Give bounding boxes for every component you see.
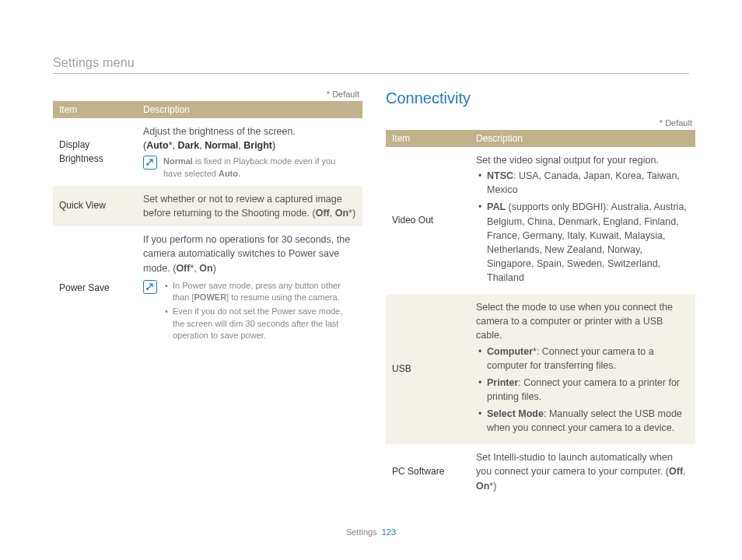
table-row: Quick View Set whether or not to review … bbox=[53, 186, 362, 226]
left-column: * Default Item Description Display Brigh… bbox=[53, 89, 362, 499]
settings-table-right: Item Description Video Out Set the video… bbox=[386, 130, 695, 499]
th-item: Item bbox=[386, 130, 470, 147]
note-item: In Power save mode, press any button oth… bbox=[163, 280, 356, 304]
item-cell: Display Brightness bbox=[53, 118, 137, 186]
desc-cell: Set the video signal output for your reg… bbox=[470, 147, 695, 294]
table-row: USB Select the mode to use when you conn… bbox=[386, 294, 695, 444]
table-row: Power Save If you perform no operations … bbox=[53, 226, 362, 350]
table-row: Video Out Set the video signal output fo… bbox=[386, 147, 695, 294]
bullet-list: Computer*: Connect your camera to a comp… bbox=[476, 345, 689, 436]
desc-cell: Set whether or not to review a captured … bbox=[137, 186, 362, 226]
bullet-item: Select Mode: Manually select the USB mod… bbox=[476, 407, 689, 435]
connectivity-heading: Connectivity bbox=[386, 89, 695, 107]
note-text: Normal is fixed in Playback mode even if… bbox=[163, 156, 356, 180]
page-title: Settings menu bbox=[53, 56, 689, 70]
note-block: In Power save mode, press any button oth… bbox=[143, 280, 356, 345]
footer-section: Settings bbox=[346, 527, 377, 537]
note-icon bbox=[143, 156, 157, 170]
desc-cell: Select the mode to use when you connect … bbox=[470, 294, 695, 444]
item-cell: USB bbox=[386, 294, 470, 444]
footer-page-number: 123 bbox=[382, 527, 396, 537]
settings-table-left: Item Description Display Brightness Adju… bbox=[53, 101, 362, 351]
page-footer: Settings 123 bbox=[0, 527, 742, 537]
th-item: Item bbox=[53, 101, 137, 118]
table-row: PC Software Set Intelli-studio to launch… bbox=[386, 444, 695, 499]
default-label: * Default bbox=[386, 118, 695, 128]
content-columns: * Default Item Description Display Brigh… bbox=[53, 89, 695, 499]
desc-intro: Adjust the brightness of the screen. bbox=[143, 124, 356, 138]
item-cell: Quick View bbox=[53, 186, 137, 226]
right-column: Connectivity * Default Item Description … bbox=[386, 89, 695, 499]
desc-intro: If you perform no operations for 30 seco… bbox=[143, 233, 356, 275]
bullet-item: Printer: Connect your camera to a printe… bbox=[476, 376, 689, 404]
item-cell: PC Software bbox=[386, 444, 470, 499]
options-line: (Auto*, Dark, Normal, Bright) bbox=[143, 138, 356, 152]
note-block: Normal is fixed in Playback mode even if… bbox=[143, 156, 356, 180]
th-description: Description bbox=[470, 130, 695, 147]
bullet-list: NTSC: USA, Canada, Japan, Korea, Taiwan,… bbox=[476, 169, 689, 285]
item-cell: Video Out bbox=[386, 147, 470, 294]
th-description: Description bbox=[137, 101, 362, 118]
note-icon bbox=[143, 280, 157, 294]
item-cell: Power Save bbox=[53, 226, 137, 350]
desc-intro: Set the video signal output for your reg… bbox=[476, 153, 689, 167]
bullet-item: PAL (supports only BDGHI): Australia, Au… bbox=[476, 200, 689, 285]
desc-intro: Select the mode to use when you connect … bbox=[476, 300, 689, 342]
bullet-item: Computer*: Connect your camera to a comp… bbox=[476, 345, 689, 373]
desc-cell: Adjust the brightness of the screen. (Au… bbox=[137, 118, 362, 186]
page-header: Settings menu bbox=[53, 56, 689, 74]
table-header-row: Item Description bbox=[53, 101, 362, 118]
table-header-row: Item Description bbox=[386, 130, 695, 147]
note-list: In Power save mode, press any button oth… bbox=[163, 280, 356, 345]
bullet-item: NTSC: USA, Canada, Japan, Korea, Taiwan,… bbox=[476, 169, 689, 197]
table-row: Display Brightness Adjust the brightness… bbox=[53, 118, 362, 186]
note-item: Even if you do not set the Power save mo… bbox=[163, 306, 356, 341]
default-label: * Default bbox=[53, 89, 362, 99]
desc-cell: Set Intelli-studio to launch automatical… bbox=[470, 444, 695, 499]
desc-cell: If you perform no operations for 30 seco… bbox=[137, 226, 362, 350]
